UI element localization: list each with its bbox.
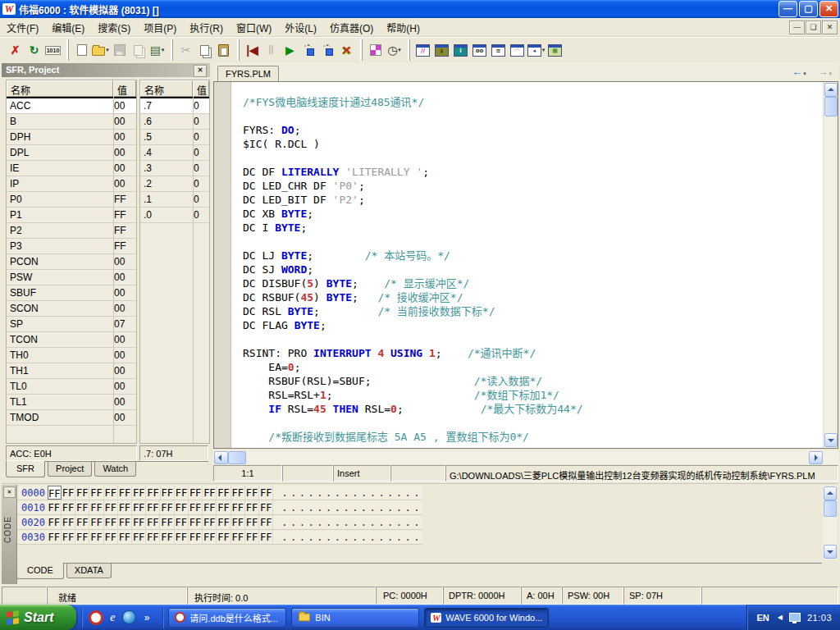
memory-row[interactable]: 0000FFFFFFFFFFFFFFFFFFFFFFFFFFFFFFFF....… bbox=[17, 486, 422, 500]
memory-byte[interactable]: FF bbox=[146, 486, 160, 500]
bit-value[interactable]: 0 bbox=[191, 145, 209, 160]
memory-byte[interactable]: FF bbox=[217, 530, 231, 544]
reset-icon[interactable]: |◀ bbox=[243, 41, 262, 60]
bit-value[interactable]: 0 bbox=[191, 208, 209, 222]
step-icon[interactable] bbox=[318, 41, 337, 60]
ie-icon[interactable]: e bbox=[110, 610, 116, 624]
register-row[interactable]: IE00 bbox=[7, 161, 136, 176]
taskbar-task-3[interactable]: WWAVE 6000 for Windo... bbox=[424, 608, 549, 628]
menu-item-4[interactable]: 执行(R) bbox=[183, 18, 230, 37]
bit-row[interactable]: .50 bbox=[140, 130, 209, 145]
register-value[interactable]: 00 bbox=[112, 410, 136, 425]
memory-byte[interactable]: FF bbox=[48, 530, 62, 544]
memory-byte[interactable]: FF bbox=[217, 486, 231, 500]
memory-byte[interactable]: FF bbox=[118, 530, 132, 544]
mdi-minimize-button[interactable]: — bbox=[789, 21, 805, 34]
register-value[interactable]: 00 bbox=[112, 161, 136, 176]
forward-dropdown-icon[interactable]: ▾ bbox=[829, 71, 832, 76]
maximize-button[interactable]: ▢ bbox=[799, 1, 818, 17]
register-row[interactable]: P0FF bbox=[7, 192, 136, 208]
pause-icon[interactable]: ‖ bbox=[262, 41, 281, 60]
memory-byte[interactable]: FF bbox=[203, 486, 217, 500]
memory-byte[interactable]: FF bbox=[175, 500, 189, 514]
globe-icon[interactable] bbox=[122, 610, 136, 624]
tab-sfr[interactable]: SFR bbox=[6, 461, 45, 477]
memory-byte[interactable]: FF bbox=[245, 530, 259, 544]
memory-byte[interactable]: FF bbox=[259, 530, 273, 544]
tab-xdata[interactable]: XDATA bbox=[66, 564, 112, 578]
run-icon[interactable]: ▶ bbox=[281, 41, 299, 60]
bit-value[interactable]: 0 bbox=[191, 176, 209, 191]
register-value[interactable]: FF bbox=[112, 208, 136, 222]
memory-byte[interactable]: FF bbox=[161, 486, 175, 500]
bit-row[interactable]: .60 bbox=[140, 114, 209, 130]
tab-watch[interactable]: Watch bbox=[94, 462, 136, 477]
bit-row[interactable]: .30 bbox=[140, 161, 209, 176]
register-value[interactable]: FF bbox=[112, 223, 136, 238]
register-value[interactable]: 00 bbox=[112, 285, 136, 300]
memory-byte[interactable]: FF bbox=[259, 486, 273, 500]
bit-value[interactable]: 0 bbox=[191, 130, 209, 144]
memory-byte[interactable]: FF bbox=[189, 486, 203, 500]
memory-byte[interactable]: FF bbox=[217, 500, 231, 514]
memory-byte[interactable]: FF bbox=[48, 486, 62, 500]
register-row[interactable]: SBUF00 bbox=[7, 285, 136, 301]
register-value[interactable]: 00 bbox=[112, 254, 136, 269]
memory-byte[interactable]: FF bbox=[89, 500, 103, 514]
register-value[interactable]: 00 bbox=[112, 130, 136, 144]
register-row[interactable]: P1FF bbox=[7, 208, 136, 223]
scroll-down-icon[interactable] bbox=[824, 433, 838, 447]
register-row[interactable]: PCON00 bbox=[7, 254, 136, 270]
stopwatch-icon[interactable]: ◷▾ bbox=[385, 41, 404, 60]
memory-scrollbar[interactable] bbox=[823, 486, 837, 559]
cpu-window-icon-dropdown[interactable]: ▾ bbox=[542, 47, 546, 53]
register-value[interactable]: 00 bbox=[112, 114, 136, 129]
forward-icon[interactable]: → bbox=[817, 66, 828, 78]
stop-icon[interactable]: ✕ bbox=[337, 41, 356, 60]
register-row[interactable]: TCON00 bbox=[7, 332, 136, 348]
new-file-icon[interactable] bbox=[72, 41, 91, 60]
register-row[interactable]: TL000 bbox=[7, 379, 136, 395]
menu-item-1[interactable]: 编辑(E) bbox=[45, 18, 91, 37]
register-row[interactable]: DPL00 bbox=[7, 145, 136, 161]
bit-row[interactable]: .00 bbox=[140, 208, 209, 223]
taskbar-task-2[interactable]: BIN bbox=[291, 608, 419, 628]
list-window-icon[interactable]: ≡ bbox=[489, 41, 508, 60]
mdi-close-button[interactable]: ✕ bbox=[822, 21, 838, 34]
register-value[interactable]: 00 bbox=[112, 332, 136, 347]
memory-byte[interactable]: FF bbox=[89, 486, 103, 500]
memory-grid[interactable]: 0000FFFFFFFFFFFFFFFFFFFFFFFFFFFFFFFF....… bbox=[17, 486, 422, 545]
volume-icon[interactable] bbox=[789, 613, 801, 622]
memory-byte[interactable]: FF bbox=[146, 500, 160, 514]
menu-item-7[interactable]: 仿真器(O) bbox=[323, 18, 380, 37]
scroll-down-icon[interactable] bbox=[824, 545, 837, 559]
memory-byte[interactable]: FF bbox=[259, 500, 273, 514]
register-value[interactable]: 00 bbox=[112, 176, 136, 191]
close-button[interactable]: ✕ bbox=[819, 1, 838, 17]
register-value[interactable]: 00 bbox=[112, 145, 136, 160]
memory-byte[interactable]: FF bbox=[245, 515, 259, 529]
memory-byte[interactable]: FF bbox=[75, 515, 89, 529]
memory-byte[interactable]: FF bbox=[175, 530, 189, 544]
sfr-panel-close-icon[interactable]: ✕ bbox=[194, 65, 207, 77]
register-row[interactable]: TH100 bbox=[7, 363, 136, 379]
register-value[interactable]: FF bbox=[112, 192, 136, 207]
memory-byte[interactable]: FF bbox=[48, 515, 62, 529]
scroll-up-icon[interactable] bbox=[824, 486, 837, 500]
code-area[interactable]: /*FYS微电脑线速度计通过485通讯*/ FYRS: DO;$IC( R.DC… bbox=[213, 81, 838, 449]
memory-byte[interactable]: FF bbox=[231, 515, 245, 529]
bit-row[interactable]: .20 bbox=[140, 176, 209, 192]
register-value[interactable]: 00 bbox=[112, 98, 136, 113]
memory-byte[interactable]: FF bbox=[231, 500, 245, 514]
memory-byte[interactable]: FF bbox=[118, 515, 132, 529]
environment-icon-dropdown[interactable]: ▾ bbox=[162, 47, 165, 53]
refresh-icon[interactable]: ↻ bbox=[25, 41, 43, 60]
scroll-up-icon[interactable] bbox=[824, 83, 838, 97]
memory-byte[interactable]: FF bbox=[118, 500, 132, 514]
memory-byte[interactable]: FF bbox=[75, 500, 89, 514]
stopwatch-icon-dropdown[interactable]: ▾ bbox=[398, 47, 401, 53]
project-window-icon[interactable]: ▮ bbox=[432, 41, 451, 60]
memory-byte[interactable]: FF bbox=[62, 515, 75, 529]
register-value[interactable]: 00 bbox=[112, 348, 136, 363]
machine-code-icon[interactable]: 1010 bbox=[43, 41, 62, 60]
